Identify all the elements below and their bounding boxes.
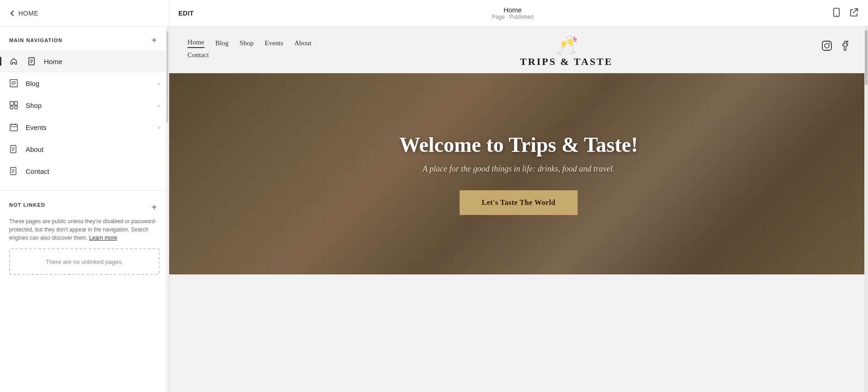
main-area: EDIT Home Page · Published xyxy=(169,0,868,392)
site-nav-home[interactable]: Home xyxy=(188,38,204,48)
nav-item-home[interactable]: Home xyxy=(0,50,169,72)
top-bar: EDIT Home Page · Published xyxy=(169,0,868,27)
add-unlinked-button[interactable]: + xyxy=(149,202,160,213)
sidebar: HOME MAIN NAVIGATION + Ho xyxy=(0,0,169,392)
main-nav-title: MAIN NAVIGATION xyxy=(9,38,63,43)
shop-page-icon xyxy=(9,101,18,110)
page-subtitle: Page · Published xyxy=(492,14,534,20)
not-linked-header: NOT LINKED + xyxy=(9,202,160,213)
preview-scroll-thumb xyxy=(865,30,868,85)
nav-links-row1: Home Blog Shop Events About xyxy=(188,38,311,48)
learn-more-link[interactable]: Learn more xyxy=(89,235,117,241)
facebook-icon[interactable] xyxy=(839,40,850,54)
site-nav-about[interactable]: About xyxy=(295,39,312,47)
site-nav: Home Blog Shop Events About Contact 🥂 TR… xyxy=(169,27,868,73)
shop-icon xyxy=(7,99,20,112)
svg-rect-9 xyxy=(15,102,17,105)
nav-list: Home Blog › xyxy=(0,50,169,187)
site-nav-events[interactable]: Events xyxy=(265,39,284,47)
svg-line-26 xyxy=(853,9,857,13)
blog-icon xyxy=(7,77,20,90)
site-logo: 🥂 TRIPS & TASTE xyxy=(520,36,613,68)
home-page-icon xyxy=(26,55,38,68)
svg-rect-27 xyxy=(822,41,831,50)
hero-section: Welcome to Trips & Taste! A place for th… xyxy=(169,73,868,274)
nav-item-contact[interactable]: Contact xyxy=(0,160,169,182)
mobile-icon xyxy=(831,7,841,17)
svg-point-29 xyxy=(829,43,830,43)
hero-cta-button[interactable]: Let's Taste The World xyxy=(460,190,578,215)
svg-point-25 xyxy=(836,15,837,16)
nav-item-home-label: Home xyxy=(44,58,160,65)
svg-rect-12 xyxy=(10,124,17,131)
website-frame: Home Blog Shop Events About Contact 🥂 TR… xyxy=(169,27,868,392)
site-logo-area: 🥂 TRIPS & TASTE xyxy=(311,36,821,68)
divider xyxy=(0,190,169,191)
shop-chevron-icon: › xyxy=(158,102,160,109)
hero-title: Welcome to Trips & Taste! xyxy=(399,133,638,157)
nav-item-events-label: Events xyxy=(26,124,158,131)
site-nav-blog[interactable]: Blog xyxy=(215,39,229,47)
edit-button[interactable]: EDIT xyxy=(178,10,194,17)
site-nav-shop[interactable]: Shop xyxy=(240,39,254,47)
not-linked-title: NOT LINKED xyxy=(9,202,45,208)
nav-item-shop[interactable]: Shop › xyxy=(0,94,169,116)
nav-item-contact-label: Contact xyxy=(26,167,160,175)
not-linked-description: These pages are public unless they're di… xyxy=(9,217,160,242)
contact-icon xyxy=(7,165,20,177)
unlinked-empty-text: There are no unlinked pages. xyxy=(46,258,123,265)
nav-item-blog[interactable]: Blog › xyxy=(0,72,169,94)
svg-point-28 xyxy=(825,43,829,48)
social-icons xyxy=(821,36,850,54)
blog-page-icon xyxy=(9,79,18,88)
events-chevron-icon: › xyxy=(158,124,160,131)
instagram-icon[interactable] xyxy=(821,40,832,54)
about-page-icon xyxy=(9,145,18,154)
page-icon xyxy=(27,57,37,66)
hero-content: Welcome to Trips & Taste! A place for th… xyxy=(169,73,868,274)
nav-item-about-label: About xyxy=(26,145,160,153)
events-icon xyxy=(7,121,20,134)
back-home-button[interactable]: HOME xyxy=(9,10,38,17)
svg-rect-10 xyxy=(10,106,13,109)
top-bar-right xyxy=(831,7,859,19)
external-link-icon xyxy=(849,7,859,17)
unlinked-empty-box: There are no unlinked pages. xyxy=(9,248,160,275)
back-label: HOME xyxy=(18,10,38,17)
hero-subtitle: A place for the good things in life: dri… xyxy=(423,164,615,174)
about-icon xyxy=(7,143,20,156)
sidebar-top-bar: HOME xyxy=(0,0,169,27)
sidebar-scrollbar[interactable] xyxy=(166,27,169,392)
nav-item-about[interactable]: About xyxy=(0,138,169,160)
mobile-preview-button[interactable] xyxy=(831,7,841,19)
main-nav-header: MAIN NAVIGATION + xyxy=(0,27,169,50)
back-arrow-icon xyxy=(9,10,16,16)
site-nav-contact[interactable]: Contact xyxy=(188,51,209,59)
logo-champagne-icon: 🥂 xyxy=(555,36,578,54)
sidebar-scroll-thumb xyxy=(166,31,168,123)
add-nav-item-button[interactable]: + xyxy=(149,35,160,46)
preview-area: Home Blog Shop Events About Contact 🥂 TR… xyxy=(169,27,868,392)
home-nav-icon xyxy=(7,55,20,68)
logo-text: TRIPS & TASTE xyxy=(520,56,613,68)
blog-chevron-icon: › xyxy=(158,80,160,87)
events-page-icon xyxy=(9,123,18,132)
facebook-svg xyxy=(839,40,850,51)
nav-links-row2: Contact xyxy=(188,51,311,59)
site-nav-links: Home Blog Shop Events About Contact xyxy=(188,36,311,59)
home-icon xyxy=(10,57,18,65)
active-indicator xyxy=(0,57,1,66)
external-link-button[interactable] xyxy=(849,7,859,19)
page-info: Home Page · Published xyxy=(492,6,534,20)
svg-rect-8 xyxy=(10,102,14,105)
nav-item-events[interactable]: Events › xyxy=(0,116,169,138)
nav-item-blog-label: Blog xyxy=(26,80,158,87)
contact-page-icon xyxy=(9,166,18,176)
instagram-svg xyxy=(821,40,832,51)
preview-scrollbar[interactable] xyxy=(864,27,868,392)
svg-rect-11 xyxy=(15,106,17,109)
not-linked-section: NOT LINKED + These pages are public unle… xyxy=(0,194,169,282)
page-title: Home xyxy=(492,6,534,14)
nav-item-shop-label: Shop xyxy=(26,102,158,109)
